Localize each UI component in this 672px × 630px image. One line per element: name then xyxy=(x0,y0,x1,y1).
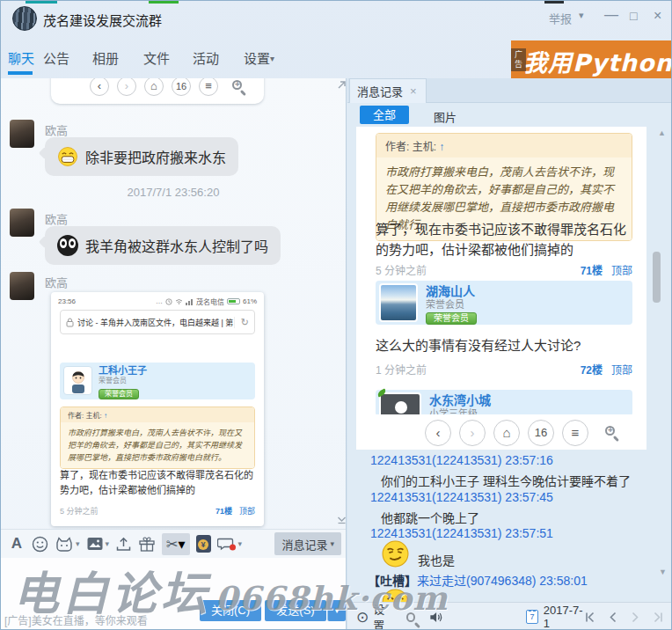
quote-author: 作者: 主机: xyxy=(68,412,102,420)
dark-stare-emoji-icon xyxy=(57,235,78,256)
send-options-caret[interactable]: ▾ xyxy=(327,600,346,621)
partial-image-message[interactable]: ‹ › ⌂ 16 ≡ xyxy=(51,78,264,104)
top-link[interactable]: 顶部 xyxy=(611,265,632,277)
zoom-icon xyxy=(232,80,242,90)
filter-all-button[interactable]: 全部 xyxy=(360,106,409,124)
tab-album[interactable]: 相册 xyxy=(92,48,119,67)
floor-link[interactable]: 72楼 xyxy=(581,364,603,377)
history-tab[interactable]: 消息记录 × xyxy=(349,78,427,103)
poster-avatar-lake xyxy=(379,283,418,322)
minimize-button[interactable]: — xyxy=(604,7,618,23)
sticker-button[interactable]: ▾ xyxy=(55,536,80,553)
gift-button[interactable] xyxy=(138,536,156,553)
sticker-caret-icon: ▾ xyxy=(76,539,80,548)
tab-announcement[interactable]: 公告 xyxy=(43,48,69,67)
red-packet-button[interactable]: ¥ xyxy=(196,535,211,553)
top-link[interactable]: 顶部 xyxy=(239,507,255,516)
cartoon-boy-avatar xyxy=(67,369,90,393)
poster-username[interactable]: 工科小王子 xyxy=(99,366,147,376)
top-link[interactable]: 顶部 xyxy=(611,364,632,377)
chat-message-area[interactable]: ‹ › ⌂ 16 ≡ 欧高 xyxy=(1,78,346,529)
poster-username[interactable]: 湖海山人 xyxy=(426,285,477,297)
browser-bottom-navbar: ‹ › ⌂ 16 ≡ xyxy=(356,414,646,450)
avatar[interactable] xyxy=(10,209,34,237)
image-button[interactable]: ▾ xyxy=(86,536,110,552)
expand-panel-icon[interactable] xyxy=(336,79,346,91)
composer-toolbar: A ▾ ▾ ✂ ▾ ¥ xyxy=(1,529,346,558)
calendar-icon[interactable]: 7 xyxy=(526,610,538,624)
floor-link[interactable]: 71楼 xyxy=(581,265,603,277)
image-message-phone-screenshot[interactable]: 23:56 … 茂名电信 61% 讨论 - 羊角并入茂南区文件，电白越来越 | … xyxy=(51,292,264,526)
maximize-button[interactable]: □ xyxy=(630,9,637,23)
history-settings-label[interactable]: 设置 xyxy=(373,600,393,630)
quote-up-arrow-icon[interactable]: ↑ xyxy=(104,412,107,420)
filter-image-button[interactable]: 图片 xyxy=(434,108,457,125)
tab-chat[interactable]: 聊天 xyxy=(8,48,34,67)
history-tab-close-icon[interactable]: × xyxy=(410,84,417,98)
upload-icon xyxy=(115,536,132,553)
ad-banner[interactable]: 我用Python 广告 xyxy=(511,40,672,78)
scroll-up-icon[interactable]: ▲ xyxy=(658,128,666,137)
gear-icon[interactable]: ⊙ xyxy=(356,608,369,626)
scroll-down-icon[interactable]: ▼ xyxy=(659,568,667,576)
speaker-icon[interactable] xyxy=(429,611,443,624)
font-style-button[interactable]: A xyxy=(8,535,26,553)
prev-page-icon[interactable] xyxy=(607,612,618,623)
history-date[interactable]: 2017-7-1 xyxy=(544,604,584,630)
scissors-icon: ✂ xyxy=(166,536,178,553)
quote-up-arrow-icon[interactable]: ↑ xyxy=(439,141,444,153)
image-caret-icon: ▾ xyxy=(106,539,110,548)
ad-text-line[interactable]: [广告]美女在直播，等你来观看 xyxy=(4,612,148,627)
scrollbar-thumb[interactable] xyxy=(653,252,661,303)
ad-banner-text: 我用Python xyxy=(523,44,672,78)
close-button[interactable]: × xyxy=(654,8,661,24)
message-history-label: 消息记录 xyxy=(281,536,327,553)
zoomed-image-card[interactable]: 作者: 主机: ↑ 市政府打算搬来电白，茂南人去告状不许，现在又把羊的角砍去，好… xyxy=(356,127,646,450)
message-input-area[interactable]: [广告]美女在直播，等你来观看 关闭(C) 发送(S) ▾ xyxy=(1,558,346,630)
tucao-prefix: 【吐槽】 xyxy=(368,574,417,588)
report-button[interactable]: 举报 xyxy=(549,10,572,26)
page-address: 讨论 - 羊角并入茂南区文件，电白越来越 | 第 3 页 xyxy=(77,317,234,328)
red-envelope-icon: ¥ xyxy=(196,535,211,553)
message-history-panel: 消息记录 × 全部 图片 作者: 主机: ↑ 市政府打算搬来电白，茂南人去告状不… xyxy=(347,78,672,630)
poster-rank: 荣誉会员 xyxy=(426,300,477,310)
message-history-button[interactable]: 消息记录 ▾ xyxy=(274,532,341,555)
poster-username[interactable]: 水东湾小城 xyxy=(429,394,491,407)
tab-count-badge: 16 xyxy=(528,420,554,446)
send-button[interactable]: 发送(S) xyxy=(265,600,326,621)
history-message-header: 【吐槽】来过走过(907496348) 23:58:01 xyxy=(368,571,588,589)
yuan-icon: ¥ xyxy=(198,539,208,550)
search-icon[interactable] xyxy=(406,612,415,622)
sender-name[interactable]: 欧高 xyxy=(45,210,68,227)
next-page-icon[interactable] xyxy=(630,612,641,623)
tab-files[interactable]: 文件 xyxy=(143,48,170,67)
floor-link[interactable]: 71楼 xyxy=(215,507,232,516)
avatar[interactable] xyxy=(10,120,34,148)
tab-activity[interactable]: 活动 xyxy=(193,48,219,67)
first-page-icon[interactable] xyxy=(584,612,595,623)
sender-name[interactable]: 欧高 xyxy=(45,274,68,290)
history-message-header: 122413531(122413531) 23:57:51 xyxy=(370,526,553,540)
screenshot-button[interactable]: ✂ ▾ xyxy=(162,533,189,555)
close-chat-button[interactable]: 关闭(C) xyxy=(200,600,261,621)
chat-bubble[interactable]: 除非要把政府搬来水东 xyxy=(45,137,238,176)
group-avatar[interactable] xyxy=(12,6,37,31)
chat-bubble[interactable]: 我羊角被这群水东人控制了吗 xyxy=(45,226,281,265)
alert-caret-icon: ▾ xyxy=(238,539,243,548)
carrier-label: 茂名电信 xyxy=(196,297,224,306)
tab-settings[interactable]: 设置 xyxy=(244,48,270,67)
collapse-panel-icon[interactable] xyxy=(336,514,346,525)
message-alert-button[interactable]: ▾ xyxy=(217,536,243,553)
sender-name[interactable]: 欧高 xyxy=(45,121,68,138)
leaf-decoration xyxy=(376,389,387,398)
report-caret-icon[interactable]: ▾ xyxy=(579,10,584,21)
ellipsis-icon: … xyxy=(156,297,163,305)
last-page-icon[interactable] xyxy=(653,612,664,623)
upload-file-button[interactable] xyxy=(115,536,132,553)
avatar[interactable] xyxy=(10,272,34,300)
reply-text: 算了，现在市委书记应该不敢得罪茂名石化的势力吧，估计梁都被他们搞掉的 xyxy=(60,468,255,498)
refresh-icon: ↻ xyxy=(234,317,249,328)
emoji-button[interactable] xyxy=(32,536,48,553)
settings-caret-icon[interactable]: ▾ xyxy=(270,54,274,63)
smirk-emoji-icon xyxy=(381,539,410,568)
